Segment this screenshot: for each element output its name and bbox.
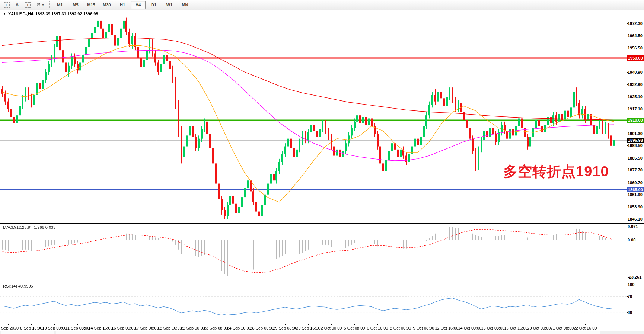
time-axis-label: 10 Sep 00:00 — [42, 326, 66, 330]
rsi-axis-label: 100 — [628, 282, 644, 287]
time-tick-mark — [377, 324, 378, 325]
time-tick-mark — [562, 324, 562, 325]
price-axis-label: 1964.50 — [628, 33, 644, 38]
price-badge-1896.98[interactable]: 1896.98 — [627, 138, 644, 143]
time-tick-mark — [216, 324, 216, 325]
rsi-axis-label: 70 — [628, 294, 644, 299]
symbol-timeframe-label: XAUUSD-,H4 — [8, 12, 33, 16]
macd-axis-label: 0.00 — [628, 237, 644, 243]
time-tick-mark — [516, 324, 516, 325]
time-axis-label: 12 Oct 16:00 — [435, 326, 459, 330]
time-axis-label: 22 Oct 16:00 — [574, 326, 597, 330]
timeframe-button-m5[interactable]: M5 — [68, 1, 83, 9]
main-chart-pane: ▼ XAUUSD-,H4 1893.39 1897.31 1892.92 189… — [0, 10, 644, 222]
timeframe-button-m1[interactable]: M1 — [52, 1, 67, 9]
time-axis-label: 17 Sep 08:00 — [134, 326, 159, 330]
rsi-label: RSI(14) 40.9995 — [3, 284, 33, 288]
timeframe-button-m15[interactable]: M15 — [84, 1, 99, 9]
time-axis-label: 14 Oct 00:00 — [458, 326, 482, 330]
time-tick-mark — [77, 324, 78, 325]
time-axis-label: 16 Oct 16:00 — [504, 326, 528, 330]
rsi-axis-label: 30 — [628, 310, 644, 315]
time-axis-label: 21 Oct 08:00 — [551, 326, 574, 330]
time-axis-label: 22 Sep 00:00 — [181, 326, 205, 330]
time-axis: 7 Sep 20208 Sep 16:0010 Sep 00:0011 Sep … — [0, 324, 644, 331]
timeframe-button-mn[interactable]: MN — [178, 1, 192, 9]
time-axis-label: 30 Sep 16:00 — [296, 326, 320, 330]
macd-canvas[interactable] — [0, 224, 627, 281]
chart-annotation-text: 多空转折点1910 — [503, 162, 609, 181]
price-axis-label: 1846.10 — [628, 216, 644, 222]
time-tick-mark — [124, 324, 124, 325]
time-axis-label: 11 Sep 08:00 — [66, 326, 90, 330]
price-badge-1910.00[interactable]: 1910.00 — [627, 118, 644, 123]
chart-window: F A T ▾ M1M5M15M30H1H4D1W1MN ▼ XAUUSD-,H… — [0, 0, 644, 334]
chart-left-border — [0, 10, 0, 331]
time-tick-mark — [493, 324, 493, 325]
timeframe-button-h1[interactable]: H1 — [115, 1, 130, 9]
timeframe-button-d1[interactable]: D1 — [146, 1, 161, 9]
time-axis-label: 14 Sep 16:00 — [88, 326, 112, 330]
time-tick-mark — [447, 324, 447, 325]
time-tick-mark — [31, 324, 32, 325]
price-axis-label: 1885.50 — [628, 155, 644, 161]
time-axis-label: 8 Oct 00:00 — [390, 326, 411, 330]
toolbar: F A T ▾ M1M5M15M30H1H4D1W1MN — [0, 0, 644, 10]
time-tick-mark — [8, 324, 9, 325]
price-axis-label: 1893.50 — [628, 143, 644, 148]
time-tick-mark — [285, 324, 286, 325]
text-box-glyph: T — [25, 2, 31, 8]
grid-f-glyph: F — [4, 2, 10, 8]
time-tick-mark — [170, 324, 170, 325]
time-tick-mark — [424, 324, 424, 325]
rsi-canvas[interactable] — [0, 282, 627, 323]
arrows-tool-button[interactable]: ▾ — [33, 1, 47, 9]
price-axis-label: 1917.10 — [628, 106, 644, 112]
bottom-scroll-strip — [0, 331, 644, 334]
price-axis-label: 1853.90 — [628, 204, 644, 209]
time-axis-label: 18 Sep 16:00 — [157, 326, 182, 330]
time-axis-label: 28 Sep 00:00 — [250, 326, 274, 330]
time-tick-mark — [308, 324, 309, 325]
time-tick-mark — [54, 324, 55, 325]
time-axis-label: 9 Oct 08:00 — [413, 326, 434, 330]
time-axis-label: 2 Oct 00:00 — [321, 326, 342, 330]
time-tick-mark — [331, 324, 332, 325]
price-axis-label: 1861.90 — [628, 192, 644, 197]
time-axis-label: 8 Sep 16:00 — [20, 326, 42, 330]
arrows-icon — [36, 2, 41, 7]
time-tick-mark — [193, 324, 193, 325]
time-tick-mark — [354, 324, 355, 325]
price-axis-label: 1877.70 — [628, 167, 644, 173]
timeframe-button-w1[interactable]: W1 — [162, 1, 177, 9]
timeframe-button-h4[interactable]: H4 — [131, 1, 146, 9]
time-tick-mark — [585, 324, 586, 325]
price-axis-label: 1901.30 — [628, 131, 644, 136]
scrollbar-thumb[interactable] — [56, 331, 600, 334]
price-axis-label: 1932.90 — [628, 82, 644, 87]
price-chart-canvas[interactable] — [0, 10, 627, 222]
ohlc-values-label: 1893.39 1897.31 1892.92 1896.98 — [35, 12, 98, 16]
macd-label: MACD(12,26,9) -1.966 0.033 — [3, 225, 55, 229]
text-label-tool-button[interactable]: A — [12, 1, 22, 9]
time-axis-label: 7 Sep 2020 — [0, 326, 19, 330]
toolbar-grip[interactable] — [49, 1, 50, 8]
time-tick-mark — [262, 324, 262, 325]
time-axis-label: 5 Oct 08:00 — [344, 326, 365, 330]
chart-grid-f-icon[interactable]: F — [2, 1, 12, 9]
price-axis-label: 1972.30 — [628, 21, 644, 26]
collapse-triangle-icon[interactable]: ▼ — [3, 12, 6, 16]
time-tick-mark — [239, 324, 239, 325]
text-box-tool-button[interactable]: T — [23, 1, 32, 9]
chevron-down-icon: ▾ — [42, 3, 44, 7]
scrollbar-left-box[interactable] — [1, 331, 54, 334]
time-axis-label: 16 Sep 00:00 — [111, 326, 136, 330]
price-badge-1865.00[interactable]: 1865.00 — [627, 187, 644, 192]
text-label-glyph: A — [16, 2, 19, 7]
time-tick-mark — [101, 324, 101, 325]
price-badge-1950.00[interactable]: 1950.00 — [627, 55, 644, 61]
price-axis-label: 1940.90 — [628, 70, 644, 75]
timeframe-button-m30[interactable]: M30 — [99, 1, 114, 9]
chart-title: ▼ XAUUSD-,H4 1893.39 1897.31 1892.92 189… — [3, 12, 98, 16]
time-axis-label: 29 Sep 08:00 — [273, 326, 297, 330]
